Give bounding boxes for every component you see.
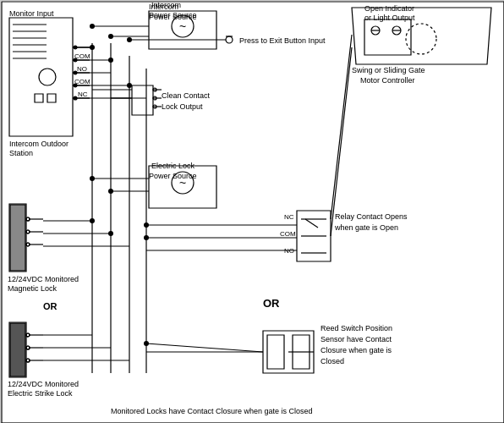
diagram-container bbox=[0, 0, 504, 423]
